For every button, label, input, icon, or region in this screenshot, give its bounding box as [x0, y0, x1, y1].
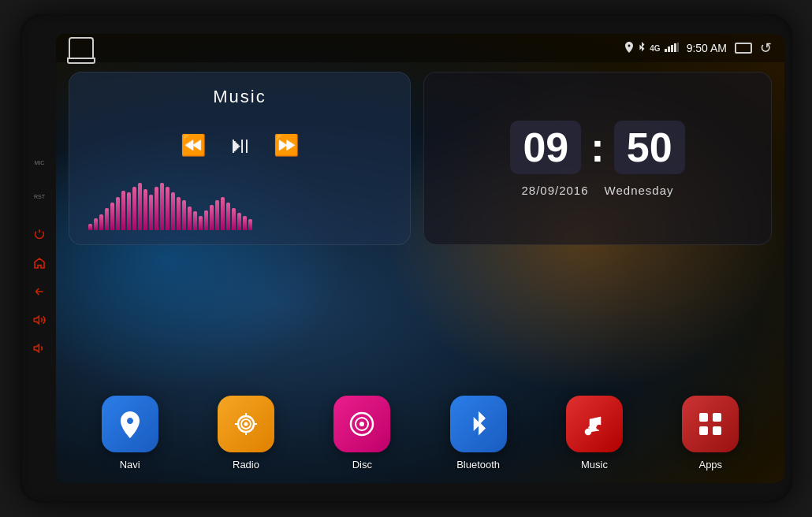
svg-rect-2 — [668, 46, 670, 52]
volume-down-button[interactable] — [31, 340, 48, 357]
eq-bar — [132, 187, 136, 230]
svg-rect-5 — [677, 43, 679, 52]
rst-label: RST — [34, 194, 45, 199]
app-icon-radio — [218, 396, 274, 452]
location-icon — [624, 42, 634, 55]
power-button[interactable] — [31, 226, 48, 244]
app-apps[interactable]: Apps — [682, 396, 739, 471]
svg-point-8 — [244, 422, 248, 426]
status-bar: 4G 9:50 AM ↻ — [56, 34, 784, 62]
eq-bar — [127, 192, 131, 230]
app-label-music: Music — [581, 459, 608, 471]
eq-bar — [143, 189, 147, 230]
home-side-button[interactable] — [31, 255, 48, 272]
status-time: 9:50 AM — [687, 42, 727, 54]
eq-bar — [166, 187, 169, 230]
apps-row: Navi Radio Disc Bluetooth ♪ Music — [56, 388, 784, 483]
app-label-bluetooth: Bluetooth — [456, 459, 500, 471]
svg-text:♪: ♪ — [587, 415, 594, 432]
svg-rect-3 — [671, 45, 673, 52]
eq-bar — [188, 206, 192, 230]
svg-rect-1 — [665, 49, 667, 52]
svg-rect-17 — [699, 413, 708, 422]
app-icon-music: ♪ — [566, 396, 623, 452]
eq-bar — [243, 216, 247, 230]
eq-bar — [149, 195, 153, 230]
status-left — [69, 37, 94, 59]
home-screen-button[interactable] — [69, 37, 94, 59]
clock-hours: 09 — [523, 125, 568, 170]
clock-date: 28/09/2016 — [521, 184, 588, 197]
screen-mirror-icon[interactable] — [735, 43, 752, 54]
svg-rect-19 — [699, 426, 708, 435]
app-label-radio: Radio — [233, 459, 259, 471]
eq-bar — [199, 216, 203, 230]
main-content: Music ⏪ ⏯ ⏩ 09 : — [56, 62, 784, 388]
eq-bar — [110, 203, 114, 230]
eq-bar — [94, 218, 98, 230]
music-controls: ⏪ ⏯ ⏩ — [85, 132, 394, 158]
music-widget-title: Music — [85, 87, 394, 107]
app-icon-apps — [682, 396, 739, 452]
clock-minutes: 50 — [627, 125, 672, 170]
svg-point-15 — [359, 422, 364, 426]
eq-bar — [237, 213, 241, 230]
status-icons: 4G — [624, 42, 678, 55]
app-label-navi: Navi — [120, 459, 140, 471]
clock-date-display: 28/09/2016 Wednesday — [521, 184, 673, 197]
app-radio[interactable]: Radio — [218, 396, 274, 471]
clock-minutes-block: 50 — [614, 121, 685, 174]
app-label-apps: Apps — [698, 459, 722, 471]
eq-bar — [160, 183, 164, 230]
rewind-button[interactable]: ⏪ — [181, 133, 206, 158]
widget-row: Music ⏪ ⏯ ⏩ 09 : — [69, 72, 772, 245]
eq-bar — [116, 197, 120, 230]
app-icon-navi — [102, 396, 158, 452]
app-disc[interactable]: Disc — [333, 396, 390, 471]
svg-rect-20 — [713, 426, 721, 435]
equalizer — [85, 183, 394, 230]
eq-bar — [171, 192, 175, 230]
eq-bar — [182, 200, 186, 230]
signal-icon — [665, 43, 679, 54]
clock-widget: 09 : 50 28/09/2016 Wednesday — [423, 72, 772, 245]
eq-bar — [138, 183, 142, 230]
eq-bar — [193, 211, 197, 230]
eq-bar — [215, 200, 219, 230]
car-stereo-device: MIC RST — [20, 14, 792, 503]
back-nav-button[interactable]: ↻ — [760, 39, 772, 57]
mic-label: MIC — [35, 160, 45, 166]
svg-rect-18 — [713, 413, 721, 422]
clock-hours-block: 09 — [510, 121, 581, 174]
app-music[interactable]: ♪ Music — [566, 396, 623, 471]
main-screen: 4G 9:50 AM ↻ — [56, 34, 784, 483]
eq-bar — [177, 197, 181, 230]
eq-bar — [232, 208, 236, 230]
svg-rect-4 — [674, 43, 676, 52]
app-bluetooth[interactable]: Bluetooth — [450, 396, 507, 471]
play-pause-button[interactable]: ⏯ — [228, 132, 251, 158]
eq-bar — [210, 205, 214, 230]
fast-forward-button[interactable]: ⏩ — [274, 133, 299, 158]
app-icon-bluetooth — [450, 396, 507, 452]
side-controls: MIC RST — [31, 160, 48, 357]
app-label-disc: Disc — [352, 459, 372, 471]
eq-bar — [221, 197, 225, 230]
status-right: 4G 9:50 AM ↻ — [624, 39, 772, 57]
volume-up-button[interactable] — [31, 311, 48, 329]
app-icon-disc — [333, 396, 390, 452]
bluetooth-status-icon — [638, 42, 646, 55]
music-widget: Music ⏪ ⏯ ⏩ — [69, 72, 411, 245]
eq-bar — [226, 203, 230, 230]
app-navi[interactable]: Navi — [102, 396, 158, 471]
eq-bar — [88, 224, 92, 230]
eq-bar — [204, 210, 208, 230]
eq-bar — [105, 208, 109, 230]
clock-day: Wednesday — [605, 184, 674, 197]
clock-separator: : — [590, 127, 604, 168]
clock-display: 09 : 50 — [510, 121, 684, 174]
4g-icon: 4G — [650, 44, 660, 53]
eq-bar — [99, 214, 103, 230]
back-side-button[interactable] — [31, 283, 48, 300]
eq-bar — [248, 219, 252, 230]
